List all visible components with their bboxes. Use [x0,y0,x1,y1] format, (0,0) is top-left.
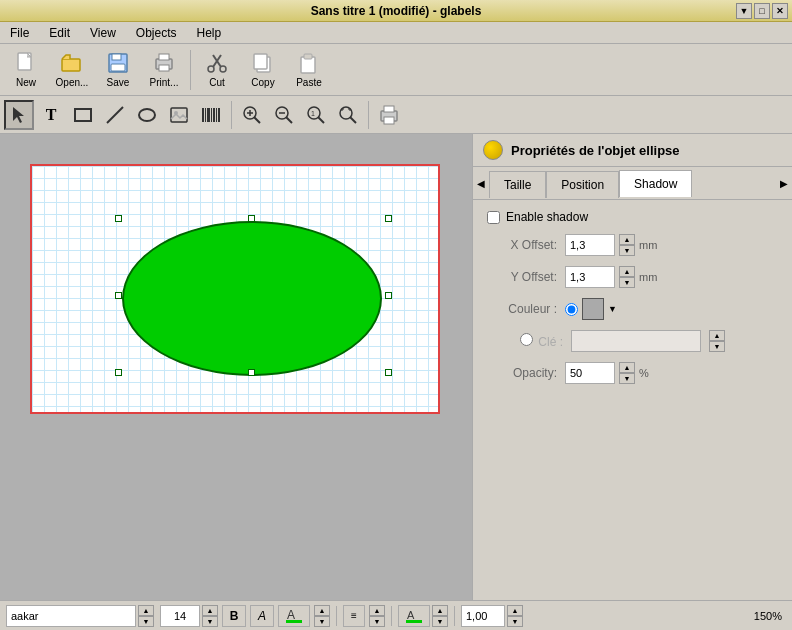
svg-rect-17 [75,109,91,121]
svg-rect-43 [384,117,394,124]
cle-radio[interactable] [520,333,533,346]
x-offset-up[interactable]: ▲ [619,234,635,245]
y-offset-unit: mm [639,271,657,283]
open-button[interactable]: Open... [50,47,94,93]
toolbar: New Open... Save Print... Cut Copy [0,44,792,96]
handle-bottom-center[interactable] [248,369,255,376]
line-width-input[interactable] [461,605,505,627]
y-offset-down[interactable]: ▼ [619,277,635,288]
copy-label: Copy [251,77,274,88]
color-swatch[interactable] [582,298,604,320]
paste-label: Paste [296,77,322,88]
tool-zoom-fit[interactable] [333,100,363,130]
ellipse-object[interactable] [122,221,382,376]
highlight-spinners: ▲ ▼ [432,605,448,627]
menu-view[interactable]: View [84,24,122,42]
menu-edit[interactable]: Edit [43,24,76,42]
paste-button[interactable]: Paste [287,47,331,93]
svg-line-37 [318,117,324,123]
tool-rect[interactable] [68,100,98,130]
titlebar-buttons[interactable]: ▼ □ ✕ [736,3,788,19]
tab-scroll-left[interactable]: ◀ [473,167,489,199]
save-button[interactable]: Save [96,47,140,93]
new-icon [14,51,38,75]
font-name-input[interactable] [6,605,136,627]
font-size-input[interactable] [160,605,200,627]
minimize-button[interactable]: ▼ [736,3,752,19]
opacity-up[interactable]: ▲ [619,362,635,373]
align-down[interactable]: ▼ [369,616,385,627]
tool-zoom-1x[interactable]: 1 [301,100,331,130]
handle-left[interactable] [115,292,122,299]
enable-shadow-checkbox[interactable] [487,211,500,224]
menu-objects[interactable]: Objects [130,24,183,42]
x-offset-spinners: ▲ ▼ [619,234,635,256]
close-button[interactable]: ✕ [772,3,788,19]
highlight-button[interactable]: A [398,605,430,627]
tool-print[interactable] [374,100,404,130]
canvas-area[interactable] [0,134,472,600]
cle-label: Clé : [503,333,563,349]
bold-button[interactable]: B [222,605,246,627]
handle-bottom-left[interactable] [115,369,122,376]
handle-bottom-right[interactable] [385,369,392,376]
status-sep-2 [391,606,392,626]
copy-button[interactable]: Copy [241,47,285,93]
x-offset-down[interactable]: ▼ [619,245,635,256]
print-button[interactable]: Print... [142,47,186,93]
tab-position[interactable]: Position [546,171,619,198]
cle-row: Clé : ▲ ▼ [503,330,778,352]
line-width-group: ▲ ▼ [461,605,523,627]
statusbar: ▲ ▼ ▲ ▼ B A A ▲ ▼ ≡ ▲ ▼ A ▲ ▼ [0,600,792,630]
tool-zoom-in[interactable] [237,100,267,130]
handle-top-left[interactable] [115,215,122,222]
font-name-up[interactable]: ▲ [138,605,154,616]
text-tool-icon: T [46,106,57,124]
text-color-button[interactable]: A [278,605,310,627]
highlight-up[interactable]: ▲ [432,605,448,616]
y-offset-up[interactable]: ▲ [619,266,635,277]
tab-scroll-right[interactable]: ▶ [776,167,792,199]
handle-top-center[interactable] [248,215,255,222]
text-color-up[interactable]: ▲ [314,605,330,616]
italic-button[interactable]: A [250,605,274,627]
tool-zoom-out[interactable] [269,100,299,130]
align-up[interactable]: ▲ [369,605,385,616]
enable-shadow-row: Enable shadow [487,210,778,224]
enable-shadow-label: Enable shadow [506,210,588,224]
opacity-label: Opacity: [487,366,557,380]
couleur-radio[interactable] [565,303,578,316]
tab-shadow[interactable]: Shadow [619,170,692,197]
handle-right[interactable] [385,292,392,299]
cle-up: ▲ [709,330,725,341]
align-left-button[interactable]: ≡ [343,605,365,627]
font-size-down[interactable]: ▼ [202,616,218,627]
opacity-down[interactable]: ▼ [619,373,635,384]
cut-button[interactable]: Cut [195,47,239,93]
maximize-button[interactable]: □ [754,3,770,19]
tool-select[interactable] [4,100,34,130]
text-color-down[interactable]: ▼ [314,616,330,627]
opacity-input[interactable] [565,362,615,384]
line-width-up[interactable]: ▲ [507,605,523,616]
y-offset-input-group: ▲ ▼ mm [565,266,657,288]
menu-file[interactable]: File [4,24,35,42]
x-offset-unit: mm [639,239,657,251]
font-name-down[interactable]: ▼ [138,616,154,627]
tool-line[interactable] [100,100,130,130]
tool-barcode[interactable] [196,100,226,130]
menu-help[interactable]: Help [191,24,228,42]
font-size-up[interactable]: ▲ [202,605,218,616]
handle-top-right[interactable] [385,215,392,222]
tool-ellipse[interactable] [132,100,162,130]
new-button[interactable]: New [4,47,48,93]
color-dropdown-arrow[interactable]: ▼ [608,304,617,314]
props-header: Propriétés de l'objet ellipse [473,134,792,167]
tool-image[interactable] [164,100,194,130]
y-offset-input[interactable] [565,266,615,288]
x-offset-input[interactable] [565,234,615,256]
tab-taille[interactable]: Taille [489,171,546,198]
line-width-down[interactable]: ▼ [507,616,523,627]
tool-text[interactable]: T [36,100,66,130]
highlight-down[interactable]: ▼ [432,616,448,627]
